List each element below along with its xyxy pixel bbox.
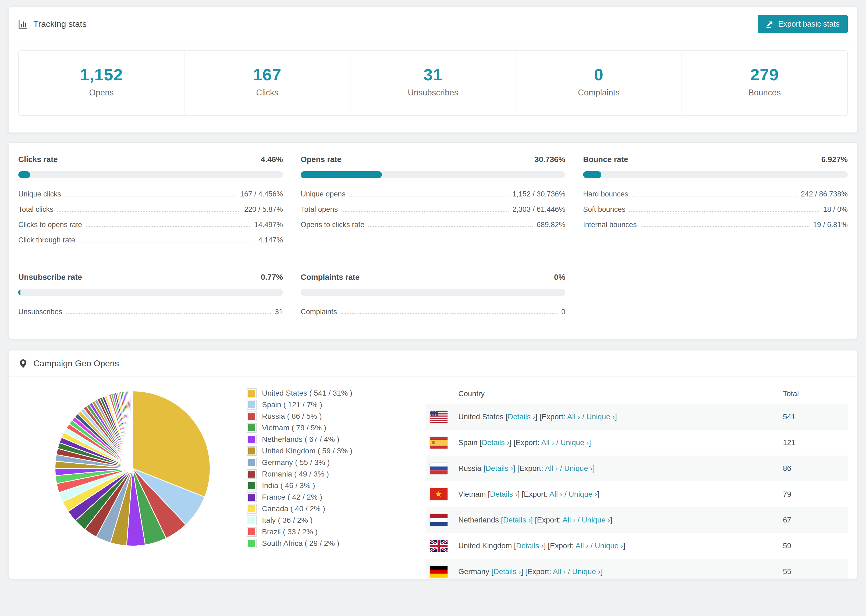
rate-row: Total opens2,303 / 61.446% — [301, 205, 565, 221]
stat-value: 1,152 — [22, 66, 181, 83]
export-all-link[interactable]: All › — [541, 438, 554, 447]
legend-label: United States ( 541 / 31% ) — [262, 389, 352, 398]
export-unique-link[interactable]: Unique › — [586, 413, 615, 421]
country-name: Vietnam — [458, 490, 488, 498]
legend-swatch — [247, 504, 257, 514]
legend-item: Spain ( 121 / 7% ) — [247, 399, 397, 410]
punctuation: / — [580, 413, 586, 421]
stat-label: Clicks — [187, 88, 347, 97]
export-unique-link[interactable]: Unique › — [561, 438, 589, 447]
page-title: Tracking stats — [33, 19, 87, 29]
rate-row-label: Opens to clicks rate — [301, 221, 364, 229]
legend-label: Canada ( 40 / 2% ) — [262, 504, 325, 513]
legend-item: Brazil ( 33 / 2% ) — [247, 526, 397, 537]
export-unique-link[interactable]: Unique › — [595, 542, 623, 550]
export-unique-link[interactable]: Unique › — [572, 567, 601, 576]
dotted-leader — [368, 226, 533, 227]
legend-item: Romania ( 49 / 3% ) — [247, 468, 397, 480]
rates-grid: Clicks rate4.46%Unique clicks167 / 4.456… — [18, 155, 848, 323]
punctuation: / — [566, 567, 572, 576]
punctuation: ] [Export: — [518, 490, 549, 498]
legend-item: Italy ( 36 / 2% ) — [247, 514, 397, 526]
export-unique-link[interactable]: Unique › — [568, 490, 597, 498]
legend-item: South Africa ( 29 / 2% ) — [247, 537, 397, 549]
rate-row-label: Soft bounces — [583, 205, 625, 214]
export-unique-link[interactable]: Unique › — [582, 516, 610, 524]
details-link[interactable]: Details › — [490, 490, 518, 498]
rate-row-value: 242 / 86.738% — [801, 190, 848, 198]
export-all-link[interactable]: All › — [550, 490, 562, 498]
details-link[interactable]: Details › — [508, 413, 535, 421]
tracking-stats-title: Tracking stats — [18, 19, 87, 29]
export-all-link[interactable]: All › — [545, 464, 558, 473]
rate-head: Complaints rate0% — [301, 273, 565, 282]
progress-bar — [18, 289, 283, 296]
total-value: 79 — [783, 490, 843, 498]
country-flag-icon-us — [430, 411, 447, 423]
legend-label: France ( 42 / 2% ) — [262, 493, 322, 501]
progress-fill — [583, 171, 601, 178]
export-all-link[interactable]: All › — [553, 567, 566, 576]
rate-row-label: Unique opens — [301, 190, 346, 198]
map-pin-icon — [18, 359, 28, 368]
country-cell: Netherlands [Details ›] [Export: All › /… — [458, 516, 783, 524]
export-basic-stats-button[interactable]: Export basic stats — [757, 15, 848, 33]
country-name: United Kingdom — [458, 542, 514, 550]
legend-label: Vietnam ( 79 / 5% ) — [262, 424, 326, 432]
rate-rows: Hard bounces242 / 86.738%Soft bounces18 … — [583, 190, 848, 236]
details-link[interactable]: Details › — [493, 567, 521, 576]
punctuation: ] [Export: — [531, 516, 562, 524]
dotted-leader — [342, 211, 509, 212]
rate-title: Clicks rate — [18, 155, 58, 164]
legend-label: Germany ( 55 / 3% ) — [262, 458, 330, 467]
rate-row: Complaints0 — [301, 308, 565, 323]
rate-row-label: Unique clicks — [18, 190, 61, 198]
punctuation: / — [554, 438, 560, 447]
rate-row-value: 19 / 6.81% — [813, 221, 848, 229]
legend-label: Russia ( 86 / 5% ) — [262, 412, 322, 421]
total-value: 55 — [783, 567, 843, 576]
country-name: Netherlands — [458, 516, 501, 524]
details-link[interactable]: Details › — [503, 516, 531, 524]
punctuation: [ — [501, 516, 503, 524]
rate-row-value: 4.147% — [258, 236, 283, 244]
details-link[interactable]: Details › — [516, 542, 544, 550]
bar-chart-icon — [18, 19, 28, 29]
rate-value: 0.77% — [261, 273, 283, 282]
legend-item: Vietnam ( 79 / 5% ) — [247, 422, 397, 434]
export-unique-link[interactable]: Unique › — [564, 464, 593, 473]
rate-row-label: Internal bounces — [583, 221, 637, 229]
table-row-us: United States [Details ›] [Export: All ›… — [425, 404, 848, 430]
details-link[interactable]: Details › — [485, 464, 513, 473]
rate-row: Unsubscribes31 — [18, 308, 283, 323]
stat-box-complaints: 0Complaints — [516, 51, 681, 115]
rate-title: Bounce rate — [583, 155, 628, 164]
export-all-link[interactable]: All › — [563, 516, 576, 524]
legend-swatch — [247, 446, 257, 456]
rate-head: Bounce rate6.927% — [583, 155, 848, 164]
details-link[interactable]: Details › — [482, 438, 509, 447]
rate-value: 4.46% — [261, 155, 283, 164]
total-value: 86 — [783, 464, 843, 473]
rate-row: Unique opens1,152 / 30.736% — [301, 190, 565, 205]
rate-row-value: 220 / 5.87% — [244, 205, 283, 214]
stat-value: 31 — [353, 66, 513, 83]
progress-bar — [301, 289, 565, 296]
legend-label: Romania ( 49 / 3% ) — [262, 470, 329, 478]
table-row-vn: Vietnam [Details ›] [Export: All › / Uni… — [425, 481, 848, 507]
rates-card: Clicks rate4.46%Unique clicks167 / 4.456… — [8, 142, 858, 339]
legend-label: South Africa ( 29 / 2% ) — [262, 539, 339, 548]
country-cell: United Kingdom [Details ›] [Export: All … — [458, 542, 783, 550]
rate-row-label: Total clicks — [18, 205, 54, 214]
summary-stats-row: 1,152Opens167Clicks31Unsubscribes0Compla… — [18, 50, 848, 116]
rate-row-value: 2,303 / 61.446% — [512, 205, 565, 214]
rate-block-opens: Opens rate30.736%Unique opens1,152 / 30.… — [301, 155, 565, 251]
rate-title: Opens rate — [301, 155, 342, 164]
export-all-link[interactable]: All › — [567, 413, 580, 421]
stat-label: Opens — [22, 88, 181, 97]
punctuation: [ — [491, 567, 493, 576]
dotted-leader — [66, 313, 271, 314]
rate-value: 30.736% — [535, 155, 565, 164]
country-flag-icon-de — [430, 566, 447, 578]
export-all-link[interactable]: All › — [576, 542, 589, 550]
